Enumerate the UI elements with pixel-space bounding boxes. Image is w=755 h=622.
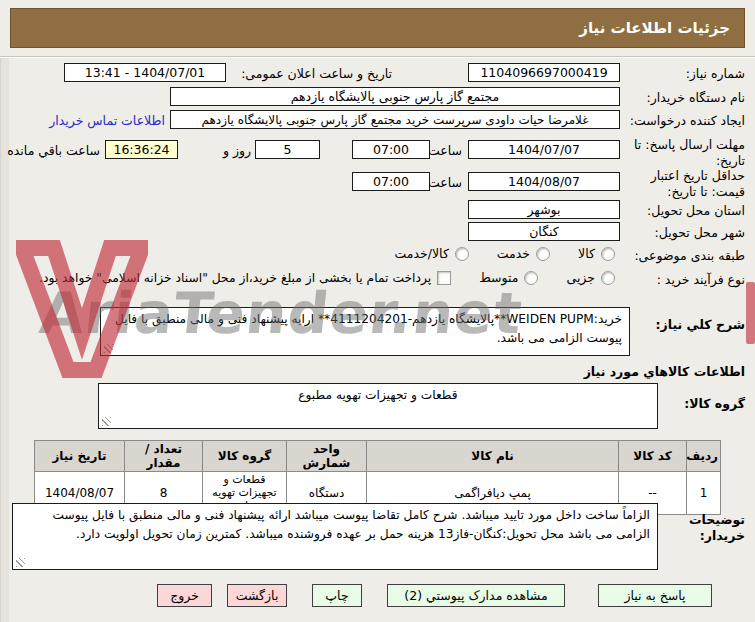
city-field[interactable]: کنگان: [468, 222, 620, 241]
col-item-name: نام کالا: [367, 441, 619, 472]
announce-datetime-field[interactable]: 1404/07/01 - 13:41: [64, 63, 226, 82]
respond-button[interactable]: پاسخ به نیاز: [598, 584, 712, 607]
need-number-label: شماره نیاز:: [686, 66, 745, 82]
radio-goods-label: کالا: [578, 246, 595, 261]
resize-handle-icon[interactable]: [102, 417, 111, 426]
description-textarea[interactable]: خرید:WEIDEN PUPM**پالایشگاه یازدهم-41112…: [100, 307, 630, 356]
announce-datetime-label: تاریخ و ساعت اعلان عمومی:: [241, 66, 392, 82]
radio-partial-label: جزیی: [566, 270, 595, 285]
treasury-checkbox[interactable]: [437, 271, 451, 285]
col-item-code: کد کالا: [619, 441, 687, 472]
col-unit: واحد شمارش: [287, 441, 367, 472]
goods-group-box[interactable]: قطعات و تجهیزات تهویه مطبوع: [98, 383, 658, 429]
province-label: استان محل تحویل:: [647, 203, 745, 219]
col-row: ردیف: [687, 441, 721, 472]
validity-time-field[interactable]: 07:00: [352, 172, 430, 191]
view-attachments-button[interactable]: مشاهده مدارک پیوستي (2): [387, 584, 565, 607]
page-title-bar: جزئیات اطلاعات نیاز: [10, 8, 745, 48]
classification-label: طبقه بندی موضوعی:: [634, 248, 745, 264]
back-button[interactable]: بازگشت: [227, 584, 287, 607]
cell-row: 1: [687, 472, 721, 515]
buyer-org-field[interactable]: مجتمع گاز پارس جنوبی پالایشگاه یازدهم: [170, 87, 620, 106]
col-need-date: تاریخ نیاز: [35, 441, 125, 472]
deadline-date-field[interactable]: 1404/07/07: [468, 140, 620, 159]
page-title: جزئیات اطلاعات نیاز: [579, 19, 730, 37]
radio-goods[interactable]: [601, 247, 615, 261]
days-and-label: روز و: [223, 143, 251, 159]
buyer-notes-text: الزاماً ساخت داخل مورد تایید میباشد. شرح…: [53, 508, 651, 541]
deadline-hour-label: ساعت: [428, 143, 462, 159]
goods-group-text: قطعات و تجهیزات تهویه مطبوع: [298, 388, 457, 402]
need-number-field[interactable]: 1104096697000419: [468, 63, 620, 82]
goods-section-title: اطلاعات کالاهاي مورد نیاز: [584, 364, 745, 380]
deadline-label: مهلت ارسال پاسخ: تا تاریخ:: [629, 137, 745, 168]
radio-partial[interactable]: [601, 271, 615, 285]
items-table-header-row: ردیف کد کالا نام کالا واحد شمارش گروه کا…: [35, 441, 721, 472]
radio-medium-label: متوسط: [479, 270, 518, 285]
radio-goods-service[interactable]: [455, 247, 469, 261]
exit-button[interactable]: خروج: [157, 584, 212, 607]
validity-date-field[interactable]: 1404/08/07: [468, 172, 620, 191]
print-button[interactable]: چاپ: [312, 584, 362, 607]
watermark-edge-icon: [746, 282, 755, 344]
requester-label: ایجاد کننده درخواست:: [630, 113, 745, 129]
col-quantity: تعداد / مقدار: [125, 441, 203, 472]
resize-handle-icon[interactable]: [104, 344, 113, 353]
radio-service[interactable]: [536, 247, 550, 261]
classification-options: کالا خدمت کالا/خدمت: [394, 246, 615, 261]
requester-field[interactable]: غلامرضا حیات داودی سرپرست خرید مجتمع گاز…: [170, 110, 620, 129]
buyer-notes-textarea[interactable]: الزاماً ساخت داخل مورد تایید میباشد. شرح…: [12, 503, 658, 570]
col-group: گروه کالا: [203, 441, 287, 472]
time-left-suffix-label: ساعت باقي مانده: [7, 143, 100, 159]
process-type-label: نوع فرآیند خرید :: [657, 272, 745, 288]
radio-medium[interactable]: [524, 271, 538, 285]
radio-service-label: خدمت: [497, 246, 530, 261]
goods-group-label: گروه کالا:: [684, 396, 745, 412]
buyer-contact-link[interactable]: اطلاعات تماس خریدار: [49, 113, 165, 128]
province-field[interactable]: بوشهر: [468, 200, 620, 219]
treasury-note: پرداخت تمام یا بخشی از مبلغ خرید،از محل …: [39, 271, 431, 285]
city-label: شهر محل تحویل:: [655, 225, 745, 241]
deadline-time-field[interactable]: 07:00: [352, 140, 430, 159]
buyer-org-label: نام دستگاه خریدار:: [647, 90, 745, 106]
time-left-timer: 16:36:24: [105, 140, 178, 159]
radio-goods-service-label: کالا/خدمت: [394, 246, 448, 261]
description-label: شرح کلي نیاز:: [656, 317, 745, 333]
validity-hour-label: ساعت: [428, 175, 462, 191]
description-text: خرید:WEIDEN PUPM**پالایشگاه یازدهم-41112…: [115, 312, 622, 345]
validity-label: حداقل تاریخ اعتبار قیمت: تا تاریخ:: [621, 168, 745, 199]
days-left-field[interactable]: 5: [255, 140, 320, 159]
process-type-options: جزیی متوسط پرداخت تمام یا بخشی از مبلغ خ…: [39, 270, 615, 285]
divider: [0, 56, 755, 58]
buyer-notes-label: توضیحات خریدار:: [665, 512, 745, 543]
resize-handle-icon[interactable]: [16, 558, 25, 567]
